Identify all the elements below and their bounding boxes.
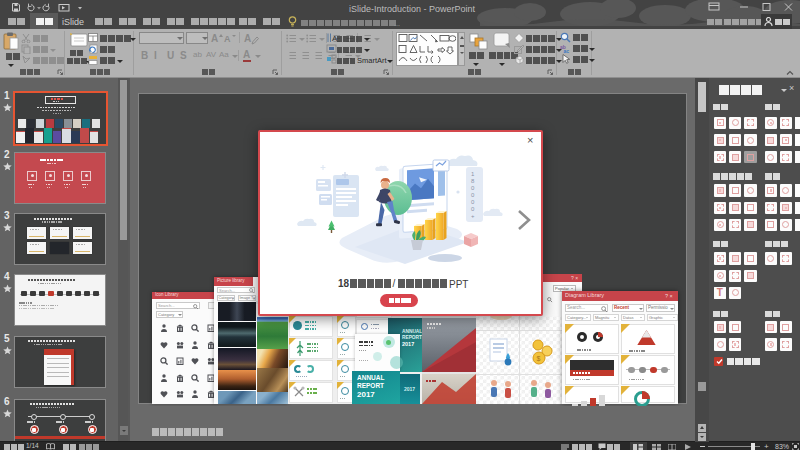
svg-text:$: $ — [537, 355, 541, 362]
svg-text:+: + — [471, 213, 475, 219]
